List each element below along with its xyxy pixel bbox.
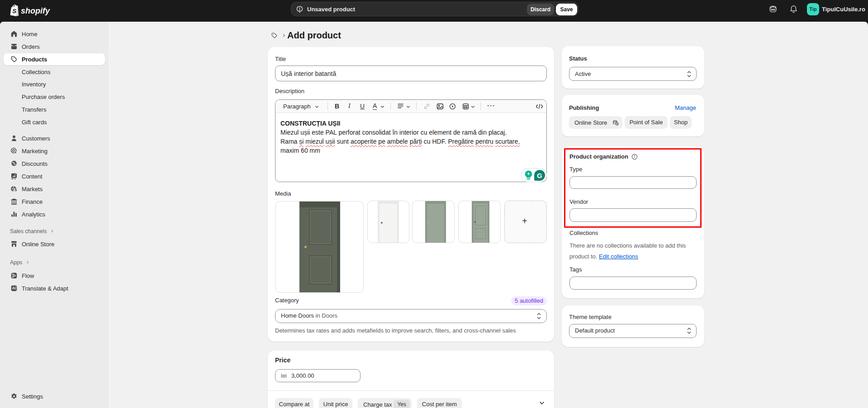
svg-text:shopify: shopify	[21, 6, 50, 15]
svg-text:$: $	[14, 188, 17, 192]
svg-text:S: S	[12, 8, 16, 14]
